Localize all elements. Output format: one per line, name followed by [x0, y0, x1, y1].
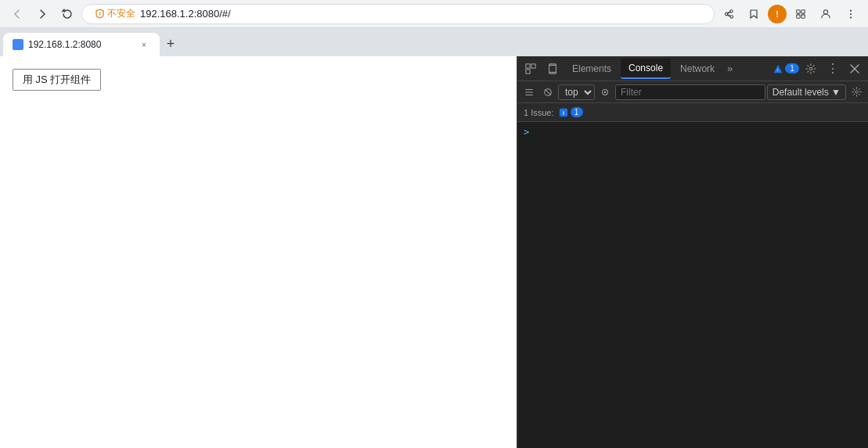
- reload-button[interactable]: [56, 3, 78, 25]
- issue-icon: !: [773, 63, 783, 74]
- console-sidebar-button[interactable]: [520, 84, 538, 101]
- svg-rect-3: [801, 9, 805, 13]
- svg-rect-10: [526, 63, 530, 67]
- svg-rect-11: [531, 63, 535, 67]
- new-tab-button[interactable]: +: [160, 33, 182, 55]
- device-toggle-button[interactable]: [542, 59, 563, 79]
- browser-frame: 不安全 192.168.1.2:8080/#/ ! 192.168.1.2:80…: [0, 0, 868, 448]
- nav-bar: 不安全 192.168.1.2:8080/#/ !: [0, 0, 868, 28]
- issue-item[interactable]: i 1: [559, 107, 583, 117]
- elements-tab[interactable]: Elements: [564, 59, 619, 79]
- address-text: 192.168.1.2:8080/#/: [140, 8, 706, 20]
- console-settings-button[interactable]: [848, 84, 865, 101]
- back-button[interactable]: [6, 3, 28, 25]
- tab-favicon: [13, 39, 23, 50]
- issues-bar: 1 Issue: i 1: [517, 103, 868, 122]
- svg-point-9: [850, 16, 852, 18]
- address-bar[interactable]: 不安全 192.168.1.2:8080/#/: [81, 4, 715, 24]
- svg-point-17: [809, 67, 812, 70]
- share-button[interactable]: [718, 3, 740, 25]
- console-output[interactable]: >: [517, 122, 868, 448]
- svg-point-6: [823, 9, 827, 13]
- svg-point-27: [855, 91, 857, 93]
- devtools-settings-button[interactable]: [801, 59, 821, 79]
- svg-line-24: [546, 89, 551, 95]
- devtools-close-button[interactable]: [845, 59, 865, 79]
- prompt-arrow: >: [524, 127, 529, 138]
- svg-rect-2: [797, 9, 800, 13]
- extensions-button[interactable]: [790, 3, 812, 25]
- devtools-toolbar: Elements Console Network » ! 1 ⋮: [517, 56, 868, 81]
- devtools-panel: Elements Console Network » ! 1 ⋮: [517, 56, 868, 448]
- more-options-icon: ⋮: [827, 63, 839, 75]
- tab-close-button[interactable]: ×: [138, 38, 150, 51]
- svg-point-8: [850, 13, 852, 14]
- issue-item-icon: i: [559, 108, 568, 117]
- main-area: 用 JS 打开组件 Elements Console Network » !: [0, 56, 868, 448]
- page-content: 用 JS 打开组件: [0, 56, 517, 448]
- active-tab[interactable]: 192.168.1.2:8080 ×: [3, 33, 160, 56]
- forward-button[interactable]: [31, 3, 53, 25]
- inspect-element-button[interactable]: [520, 59, 541, 79]
- security-indicator: 不安全: [90, 5, 140, 22]
- profile-button[interactable]: [815, 3, 837, 25]
- bookmark-button[interactable]: [743, 3, 765, 25]
- security-text: 不安全: [107, 7, 135, 20]
- svg-text:!: !: [777, 66, 779, 72]
- svg-rect-4: [797, 14, 800, 17]
- default-levels-button[interactable]: Default levels ▼: [767, 84, 846, 100]
- console-clear-button[interactable]: [539, 84, 556, 101]
- console-tab[interactable]: Console: [621, 59, 671, 79]
- svg-text:i: i: [563, 109, 564, 115]
- menu-button[interactable]: [840, 3, 862, 25]
- open-component-button[interactable]: 用 JS 打开组件: [13, 69, 101, 91]
- svg-point-26: [604, 91, 607, 93]
- tab-bar: 192.168.1.2:8080 × +: [0, 28, 868, 56]
- console-prompt-line[interactable]: >: [517, 125, 868, 139]
- issue-badge: 1: [785, 63, 799, 73]
- svg-rect-12: [526, 69, 530, 73]
- issues-label: 1 Issue:: [524, 108, 554, 117]
- network-tab[interactable]: Network: [672, 59, 722, 79]
- issue-count-badge: 1: [571, 107, 583, 117]
- svg-rect-5: [801, 14, 805, 17]
- extension-icon[interactable]: !: [768, 5, 787, 23]
- more-tabs-button[interactable]: »: [724, 63, 736, 74]
- filter-input[interactable]: [615, 84, 765, 100]
- devtools-more-button[interactable]: ⋮: [823, 59, 843, 79]
- tab-title: 192.168.1.2:8080: [28, 39, 133, 50]
- console-secondary-bar: top Default levels ▼: [517, 81, 868, 103]
- svg-point-7: [850, 9, 852, 11]
- live-expressions-button[interactable]: [596, 84, 614, 101]
- svg-point-1: [99, 15, 100, 16]
- context-selector[interactable]: top: [558, 84, 595, 100]
